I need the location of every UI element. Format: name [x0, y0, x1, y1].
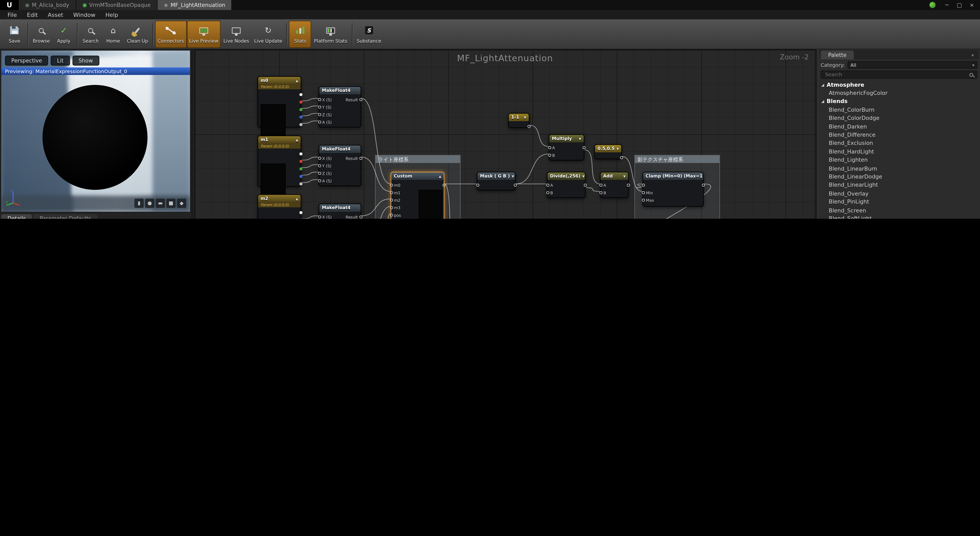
palette-item-Blend_Lighten[interactable]: Blend_Lighten: [819, 156, 979, 164]
node-const-0505[interactable]: 0.5,0.5▼: [594, 144, 622, 159]
menu-file[interactable]: File: [3, 11, 22, 17]
menu-asset[interactable]: Asset: [43, 11, 68, 17]
palette-item-Blend_Exclusion[interactable]: Blend_Exclusion: [819, 139, 979, 147]
node-custom[interactable]: Custom▲m0m1m2m3pos: [391, 171, 445, 219]
output-pin[interactable]: [299, 108, 302, 111]
platform-stats-button[interactable]: Platform Stats: [312, 21, 350, 48]
output-pin[interactable]: [620, 156, 623, 159]
output-pin[interactable]: [299, 167, 302, 170]
show-button[interactable]: Show: [72, 56, 99, 65]
sphere-preview-icon[interactable]: ●: [145, 199, 154, 208]
close-button[interactable]: ×: [966, 0, 978, 9]
palette-item-Blend_Overlay[interactable]: Blend_Overlay: [819, 189, 979, 198]
output-pin[interactable]: [702, 184, 705, 187]
output-pin[interactable]: [299, 100, 302, 103]
apply-button[interactable]: ✓Apply: [52, 21, 75, 48]
palette-item-AtmosphericFogColor[interactable]: AtmosphericFogColor: [819, 89, 979, 97]
output-pin[interactable]: [299, 123, 302, 126]
search-button[interactable]: Search: [80, 21, 102, 48]
output-pin[interactable]: [514, 184, 517, 187]
output-pin[interactable]: [627, 184, 630, 187]
expander-icon[interactable]: ◢: [821, 100, 824, 103]
output-pin[interactable]: [299, 219, 302, 219]
palette-item-Blend_SoftLight[interactable]: Blend_SoftLight: [819, 214, 979, 219]
palette-item-Blend_ColorDodge[interactable]: Blend_ColorDodge: [819, 114, 979, 122]
mesh-preview-icon[interactable]: ◆: [177, 199, 186, 208]
home-button[interactable]: ⌂Home: [102, 21, 124, 48]
live-nodes-button[interactable]: Live Nodes: [221, 21, 251, 48]
node-makefloat4-2[interactable]: MakeFloat4X (S)Y (S)Z (S)A (S)Result: [319, 145, 361, 186]
stats-button[interactable]: Stats: [289, 21, 312, 48]
node-one-minus[interactable]: 1-1▼: [508, 113, 529, 128]
node-mask-gb[interactable]: Mask ( G B )▼: [477, 171, 516, 190]
connectors-button[interactable]: Connectors: [155, 21, 186, 48]
cube-preview-icon[interactable]: ■: [166, 199, 176, 208]
output-pin[interactable]: [299, 93, 302, 96]
palette-item-Blend_LinearBurn[interactable]: Blend_LinearBurn: [819, 164, 979, 173]
node-m1[interactable]: m1▲Param (0,0,0,0): [258, 135, 301, 187]
plane-preview-icon[interactable]: ▬: [156, 199, 165, 208]
node-makefloat4-3[interactable]: MakeFloat4X (S)Y (S)Z (S)A (S)Result: [319, 203, 361, 219]
output-pin[interactable]: [299, 211, 302, 214]
palette-tab[interactable]: Palette: [821, 51, 854, 59]
node-add[interactable]: Add▼AB: [600, 171, 629, 198]
node-divide-256[interactable]: Divide(,256)▼AB: [547, 171, 586, 198]
palette-item-Blend_Difference[interactable]: Blend_Difference: [819, 131, 979, 139]
collapse-icon[interactable]: ▲: [296, 197, 298, 200]
asset-tab-M_Alicia_body[interactable]: M_Alicia_body: [19, 0, 76, 10]
output-pin[interactable]: [359, 216, 362, 219]
menu-edit[interactable]: Edit: [22, 11, 43, 17]
collapse-icon[interactable]: ▼: [512, 174, 514, 178]
node-m2[interactable]: m2▲Param (0,0,0,0): [258, 194, 301, 219]
palette-search-input[interactable]: [825, 72, 967, 78]
palette-group-Blends[interactable]: ◢Blends: [819, 97, 979, 106]
output-pin[interactable]: [299, 116, 302, 119]
collapse-icon[interactable]: ▲: [439, 174, 441, 178]
asset-tab-VrmMToonBaseOpaque[interactable]: VrmMToonBaseOpaque: [76, 0, 158, 10]
output-pin[interactable]: [442, 184, 445, 187]
collapse-icon[interactable]: ▼: [524, 116, 526, 119]
palette-item-Blend_LinearLight[interactable]: Blend_LinearLight: [819, 181, 979, 189]
graph-canvas[interactable]: MF_LightAttenuation Zoom -2 MATERIAL FUN…: [194, 49, 816, 219]
asset-tab-MF_LightAttenuation[interactable]: MF_LightAttenuation: [158, 0, 232, 10]
save-button[interactable]: Save: [3, 21, 25, 48]
palette-item-Blend_PinLight[interactable]: Blend_PinLight: [819, 198, 979, 206]
node-multiply[interactable]: Multiply▼AB: [549, 135, 584, 161]
palette-search[interactable]: [821, 71, 978, 79]
palette-item-Blend_LinearDodge[interactable]: Blend_LinearDodge: [819, 173, 979, 181]
palette-item-Blend_Darken[interactable]: Blend_Darken: [819, 122, 979, 131]
output-pin[interactable]: [527, 125, 530, 128]
output-pin[interactable]: [359, 98, 362, 101]
output-pin[interactable]: [299, 182, 302, 186]
output-pin[interactable]: [582, 146, 585, 149]
tab-parameter-defaults[interactable]: Parameter Defaults: [33, 214, 97, 219]
collapse-icon[interactable]: ▼: [617, 147, 619, 151]
minimize-button[interactable]: ─: [941, 0, 953, 9]
menu-help[interactable]: Help: [100, 11, 123, 17]
perspective-button[interactable]: Perspective: [5, 56, 48, 65]
maximize-button[interactable]: ▢: [953, 0, 966, 9]
palette-group-Atmosphere[interactable]: ◢Atmosphere: [819, 81, 979, 89]
collapse-icon[interactable]: ▲: [296, 138, 298, 142]
output-pin[interactable]: [299, 152, 302, 155]
palette-item-Blend_Screen[interactable]: Blend_Screen: [819, 206, 979, 214]
browse-button[interactable]: Browse: [30, 21, 52, 48]
output-pin[interactable]: [299, 175, 302, 178]
expander-icon[interactable]: ◢: [821, 83, 824, 87]
node-clamp-1[interactable]: Clamp (Min=0) (Max=1)▼MinMax: [643, 171, 704, 206]
preview-viewport[interactable]: PerspectiveLitShow Previewing: MaterialE…: [0, 49, 191, 213]
output-pin[interactable]: [359, 157, 362, 160]
menu-window[interactable]: Window: [68, 11, 100, 17]
live-update-button[interactable]: ↻Live Update: [251, 21, 285, 48]
collapse-icon[interactable]: ▼: [582, 174, 584, 178]
lit-button[interactable]: Lit: [51, 56, 70, 65]
cleanup-button[interactable]: Clean Up: [124, 21, 151, 48]
palette-collapse-icon[interactable]: ▾: [972, 53, 979, 59]
output-pin[interactable]: [299, 160, 302, 163]
collapse-icon[interactable]: ▼: [579, 137, 581, 141]
collapse-icon[interactable]: ▼: [623, 174, 625, 178]
palette-item-Blend_ColorBurn[interactable]: Blend_ColorBurn: [819, 106, 979, 114]
cylinder-preview-icon[interactable]: ▮: [135, 199, 144, 208]
substance-button[interactable]: Substance: [354, 21, 384, 48]
node-makefloat4-1[interactable]: MakeFloat4X (S)Y (S)Z (S)A (S)Result: [319, 86, 361, 127]
